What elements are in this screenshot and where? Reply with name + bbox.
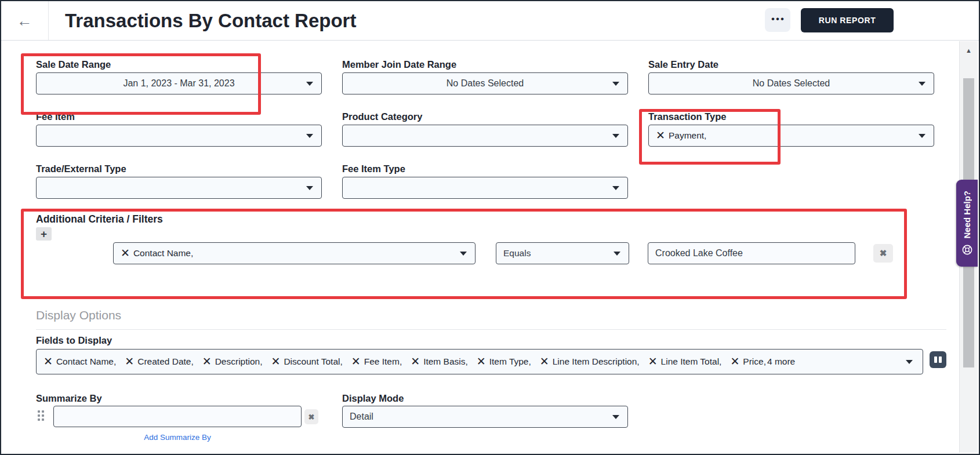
back-arrow-icon: ← [17, 12, 32, 30]
remove-chip-icon[interactable]: ✕ [202, 356, 212, 367]
field-chip[interactable]: ✕Item Type, [477, 356, 531, 367]
chevron-down-icon [460, 252, 467, 256]
remove-chip-icon[interactable]: ✕ [125, 356, 134, 367]
criteria-value-input[interactable] [648, 242, 855, 264]
chevron-down-icon [612, 186, 619, 190]
chevron-down-icon [306, 82, 313, 86]
chevron-down-icon [919, 82, 925, 86]
product-category-label: Product Category [342, 111, 422, 122]
remove-chip-icon[interactable]: ✕ [121, 247, 130, 259]
fields-to-display-label: Fields to Display [36, 335, 112, 346]
transaction-type-chip: ✕ Payment, [656, 130, 706, 141]
fee-item-type-select[interactable] [342, 177, 628, 199]
fee-item-select[interactable] [36, 125, 322, 147]
remove-chip-icon[interactable]: ✕ [730, 356, 739, 367]
member-join-date-range-value: No Dates Selected [447, 78, 524, 89]
field-chip[interactable]: ✕Fee Item, [351, 356, 402, 367]
fields-to-display-select[interactable]: ✕Contact Name,✕Created Date,✕Description… [36, 349, 923, 374]
summarize-by-label: Summarize By [36, 393, 102, 404]
transaction-type-select[interactable]: ✕ Payment, [648, 125, 934, 147]
remove-chip-icon[interactable]: ✕ [43, 356, 53, 367]
display-options-heading: Display Options [36, 308, 121, 322]
columns-icon [934, 356, 942, 363]
criteria-operator-select[interactable]: Equals [496, 242, 629, 264]
field-chip[interactable]: ✕Line Item Description, [540, 356, 640, 367]
field-chip-label: Price, [743, 356, 766, 367]
sale-entry-date-label: Sale Entry Date [648, 59, 718, 70]
transaction-type-label: Transaction Type [648, 111, 726, 122]
remove-summarize-button[interactable]: ✖ [304, 409, 318, 424]
plus-icon: + [41, 228, 47, 240]
field-chip-label: Item Type, [489, 356, 531, 367]
need-help-tab[interactable]: Need Help? [956, 180, 978, 267]
product-category-select[interactable] [342, 125, 628, 147]
field-chip-label: Item Basis, [423, 356, 468, 367]
field-chip[interactable]: ✕Line Item Total, [648, 356, 722, 367]
remove-chip-icon[interactable]: ✕ [477, 356, 486, 367]
header-divider [48, 1, 49, 40]
summarize-by-input[interactable] [53, 406, 302, 427]
field-chip-label: Line Item Total, [661, 356, 722, 367]
criteria-field-select[interactable]: ✕ Contact Name, [113, 242, 476, 264]
chevron-down-icon [306, 186, 313, 190]
sale-date-range-label: Sale Date Range [36, 59, 111, 70]
member-join-date-range-label: Member Join Date Range [342, 59, 456, 70]
field-chip[interactable]: ✕Discount Total, [271, 356, 343, 367]
fee-item-type-label: Fee Item Type [342, 163, 405, 174]
field-chip-label: Description, [215, 356, 263, 367]
header-bar: ← Transactions By Contact Report ••• RUN… [1, 1, 979, 41]
remove-criteria-button[interactable]: ✖ [873, 244, 893, 263]
section-divider [36, 329, 946, 330]
fee-item-label: Fee Item [36, 111, 75, 122]
fields-more-count: 4 more [767, 356, 795, 367]
remove-chip-icon[interactable]: ✕ [656, 130, 665, 141]
display-mode-select[interactable]: Detail [342, 406, 628, 428]
ellipsis-icon: ••• [771, 13, 785, 24]
criteria-field-chip-label: Contact Name, [133, 248, 193, 259]
remove-chip-icon[interactable]: ✕ [648, 356, 658, 367]
sale-entry-date-value: No Dates Selected [753, 78, 830, 89]
remove-chip-icon[interactable]: ✕ [351, 356, 361, 367]
run-report-button[interactable]: RUN REPORT [801, 8, 894, 32]
remove-chip-icon[interactable]: ✕ [411, 356, 420, 367]
add-criteria-button[interactable]: + [36, 227, 52, 241]
criteria-operator-value: Equals [503, 248, 531, 259]
back-button[interactable]: ← [12, 9, 37, 32]
remove-chip-icon[interactable]: ✕ [540, 356, 549, 367]
sale-entry-date-select[interactable]: No Dates Selected [648, 72, 934, 94]
report-builder-window: ← Transactions By Contact Report ••• RUN… [0, 0, 980, 455]
field-chip-label: Fee Item, [364, 356, 402, 367]
trade-external-type-label: Trade/External Type [36, 163, 126, 174]
chevron-down-icon [612, 415, 619, 419]
trade-external-type-select[interactable] [36, 177, 322, 199]
field-chip[interactable]: ✕Description, [202, 356, 263, 367]
member-join-date-range-select[interactable]: No Dates Selected [342, 72, 628, 94]
transaction-type-chip-label: Payment, [669, 130, 706, 141]
scroll-up-icon[interactable]: ▲ [960, 47, 978, 54]
need-help-label: Need Help? [962, 191, 972, 239]
sale-date-range-value: Jan 1, 2023 - Mar 31, 2023 [123, 78, 234, 89]
chevron-down-icon [612, 82, 619, 86]
field-chip[interactable]: ✕Contact Name, [43, 356, 116, 367]
add-summarize-by-link[interactable]: Add Summarize By [53, 433, 302, 442]
additional-criteria-label: Additional Criteria / Filters [36, 213, 163, 225]
criteria-field-chip: ✕ Contact Name, [121, 248, 193, 259]
manage-columns-button[interactable] [930, 351, 946, 368]
field-chip[interactable]: ✕Price, [730, 356, 766, 367]
display-mode-value: Detail [350, 412, 373, 422]
drag-handle-icon[interactable] [38, 410, 44, 421]
remove-chip-icon[interactable]: ✕ [271, 356, 281, 367]
field-chip-label: Contact Name, [56, 356, 116, 367]
chevron-down-icon [614, 252, 620, 256]
chevron-down-icon [612, 134, 619, 138]
chevron-down-icon [306, 134, 313, 138]
page-title: Transactions By Contact Report [65, 1, 356, 40]
sale-date-range-select[interactable]: Jan 1, 2023 - Mar 31, 2023 [36, 72, 322, 94]
more-options-button[interactable]: ••• [765, 8, 790, 32]
field-chip-label: Discount Total, [284, 356, 342, 367]
field-chip[interactable]: ✕Created Date, [125, 356, 193, 367]
field-chip[interactable]: ✕Item Basis, [411, 356, 468, 367]
fields-to-display-chips: ✕Contact Name,✕Created Date,✕Description… [43, 356, 766, 367]
x-icon: ✖ [308, 413, 315, 421]
x-icon: ✖ [880, 248, 887, 259]
